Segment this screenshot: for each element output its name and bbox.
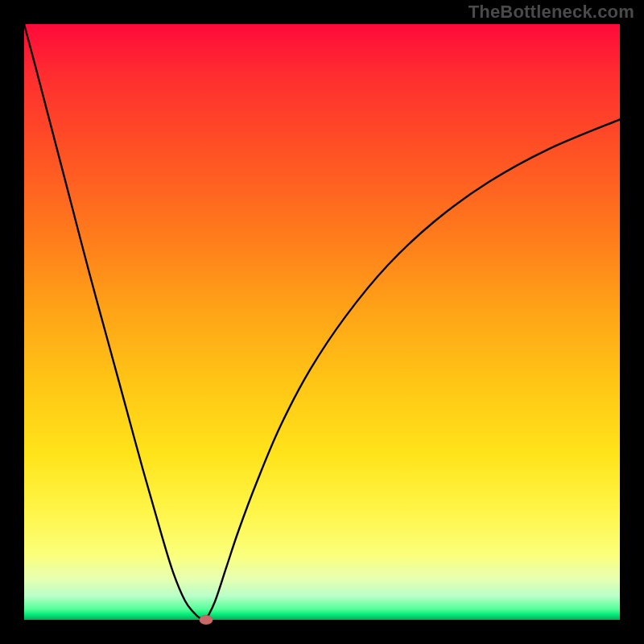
minimum-marker	[199, 615, 213, 625]
chart-frame: TheBottleneck.com	[0, 0, 644, 644]
watermark-text: TheBottleneck.com	[469, 2, 634, 23]
bottleneck-curve	[24, 24, 620, 620]
plot-area	[24, 24, 620, 620]
curve-layer	[24, 24, 620, 620]
